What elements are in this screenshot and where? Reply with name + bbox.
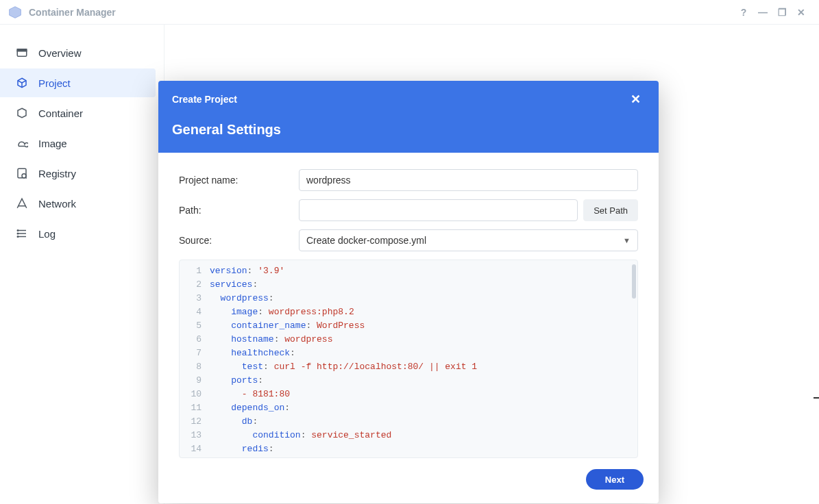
sidebar: OverviewProjectContainerImageRegistryNet… bbox=[0, 25, 164, 504]
code-line: 9 ports: bbox=[180, 374, 637, 388]
code-line: 12 db: bbox=[180, 415, 637, 429]
code-line: 1version: '3.9' bbox=[180, 264, 637, 278]
next-button[interactable]: Next bbox=[586, 469, 644, 490]
network-icon bbox=[15, 197, 29, 210]
path-input[interactable] bbox=[299, 199, 578, 221]
code-line: 7 healthcheck: bbox=[180, 346, 637, 360]
sidebar-item-label: Network bbox=[38, 198, 76, 210]
close-window-button[interactable]: ✕ bbox=[792, 3, 811, 22]
sidebar-item-label: Project bbox=[38, 77, 71, 89]
maximize-button[interactable]: ❐ bbox=[772, 3, 792, 22]
sidebar-item-project[interactable]: Project bbox=[0, 68, 156, 97]
svg-point-9 bbox=[17, 230, 19, 231]
sidebar-item-label: Registry bbox=[38, 168, 76, 179]
sidebar-item-label: Image bbox=[38, 138, 67, 149]
scrollbar-thumb[interactable] bbox=[632, 264, 636, 299]
svg-point-11 bbox=[17, 236, 19, 238]
code-line: 11 depends_on: bbox=[180, 401, 637, 415]
code-line: 13 condition: service_started bbox=[180, 429, 637, 442]
source-label: Source: bbox=[179, 235, 299, 246]
sidebar-item-registry[interactable]: Registry bbox=[0, 159, 156, 188]
svg-point-10 bbox=[17, 233, 19, 234]
svg-marker-3 bbox=[18, 108, 26, 118]
sidebar-item-log[interactable]: Log bbox=[0, 219, 156, 248]
sidebar-item-label: Container bbox=[38, 108, 83, 119]
code-line: 8 test: curl -f http://localhost:80/ || … bbox=[180, 360, 637, 374]
close-icon[interactable]: ✕ bbox=[626, 90, 645, 108]
modal-title: Create Project bbox=[172, 94, 237, 105]
sidebar-item-label: Overview bbox=[38, 47, 82, 59]
code-line: 14 redis: bbox=[180, 442, 637, 456]
app-title: Container Manager bbox=[29, 7, 116, 18]
sidebar-item-network[interactable]: Network bbox=[0, 189, 156, 218]
svg-point-5 bbox=[22, 174, 26, 178]
path-label: Path: bbox=[179, 205, 299, 216]
app-icon bbox=[8, 5, 22, 19]
log-icon bbox=[15, 227, 29, 240]
create-project-modal: Create Project ✕ General Settings Projec… bbox=[158, 81, 659, 503]
source-selected-value: Create docker-compose.yml bbox=[306, 235, 426, 246]
chevron-down-icon: ▼ bbox=[623, 236, 631, 244]
titlebar: Container Manager ? — ❐ ✕ bbox=[0, 0, 819, 25]
project-name-label: Project name: bbox=[179, 175, 299, 186]
svg-marker-0 bbox=[10, 6, 21, 18]
sidebar-item-container[interactable]: Container bbox=[0, 99, 156, 127]
image-icon bbox=[15, 136, 29, 150]
yaml-editor[interactable]: 1version: '3.9'2services:3 wordpress:4 i… bbox=[179, 260, 638, 458]
minimize-button[interactable]: — bbox=[753, 3, 772, 22]
project-name-input[interactable] bbox=[299, 169, 638, 191]
set-path-button[interactable]: Set Path bbox=[583, 199, 638, 221]
code-line: 5 container_name: WordPress bbox=[180, 319, 637, 333]
code-line: 10 - 8181:80 bbox=[180, 388, 637, 401]
help-button[interactable]: ? bbox=[734, 3, 753, 22]
sidebar-item-image[interactable]: Image bbox=[0, 129, 156, 158]
code-line: 3 wordpress: bbox=[180, 292, 637, 305]
registry-icon bbox=[15, 166, 29, 180]
code-line: 6 hostname: wordpress bbox=[180, 333, 637, 346]
code-line: 2services: bbox=[180, 278, 637, 292]
sidebar-item-label: Log bbox=[38, 228, 56, 240]
code-line: 4 image: wordpress:php8.2 bbox=[180, 305, 637, 319]
project-icon bbox=[15, 76, 29, 90]
source-select[interactable]: Create docker-compose.yml ▼ bbox=[299, 229, 638, 251]
modal-section-title: General Settings bbox=[172, 122, 645, 138]
container-icon bbox=[15, 106, 29, 120]
overview-icon bbox=[15, 46, 29, 60]
sidebar-item-overview[interactable]: Overview bbox=[0, 38, 156, 67]
svg-rect-2 bbox=[17, 49, 27, 51]
